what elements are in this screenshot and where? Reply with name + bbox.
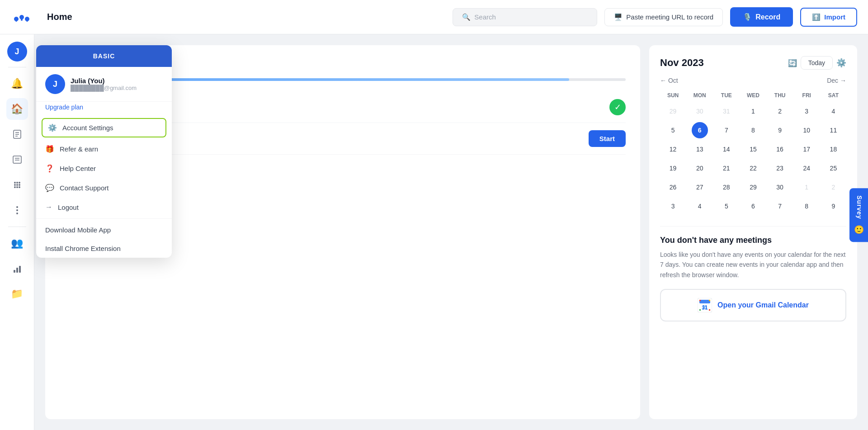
dropdown-username: Julia (You) <box>71 77 137 85</box>
refresh-icon[interactable]: 🔄 <box>788 59 797 67</box>
cal-day[interactable]: 2 <box>772 103 788 119</box>
cal-day-today[interactable]: 6 <box>692 122 708 138</box>
svg-rect-5 <box>21 16 23 21</box>
cal-day[interactable]: 25 <box>825 160 841 176</box>
svg-rect-6 <box>26 18 28 22</box>
cal-day[interactable]: 5 <box>718 198 735 214</box>
cal-day[interactable]: 10 <box>798 122 815 138</box>
sidebar-item-notifications[interactable]: 🔔 <box>6 73 28 95</box>
logout-icon: → <box>45 203 52 211</box>
record-button[interactable]: 🎙️ Record <box>730 7 793 27</box>
dropdown-item-chrome-extension[interactable]: Install Chrome Extension <box>36 239 172 258</box>
mic-icon: 🎙️ <box>743 13 752 21</box>
upload-icon: ⬆️ <box>812 13 821 21</box>
cal-day[interactable]: 28 <box>718 179 735 195</box>
svg-point-14 <box>14 182 16 184</box>
svg-point-21 <box>16 186 18 188</box>
cal-day[interactable]: 19 <box>665 160 681 176</box>
survey-tab[interactable]: Survey 🙂 <box>849 188 868 242</box>
paste-url-label: Paste meeting URL to record <box>626 13 713 21</box>
svg-rect-11 <box>13 156 21 163</box>
cal-day[interactable]: 8 <box>745 122 761 138</box>
cal-day[interactable]: 9 <box>825 198 841 214</box>
cal-day[interactable]: 13 <box>692 141 708 157</box>
import-button[interactable]: ⬆️ Import <box>800 8 857 27</box>
cal-day[interactable]: 20 <box>692 160 708 176</box>
sidebar-divider-2 <box>8 227 26 227</box>
sidebar-item-notes[interactable] <box>6 123 28 145</box>
sidebar-item-apps[interactable] <box>6 174 28 196</box>
cal-day[interactable]: 15 <box>745 141 761 157</box>
start-button[interactable]: Start <box>589 130 626 147</box>
sidebar-item-stats[interactable] <box>6 258 28 279</box>
dropdown-item-contact-support[interactable]: 💬 Contact Support <box>36 178 172 198</box>
dropdown-item-account-settings[interactable]: ⚙️ Account Settings <box>42 118 166 137</box>
cal-day[interactable]: 18 <box>825 141 841 157</box>
today-button[interactable]: Today <box>801 56 833 70</box>
cal-day[interactable]: 3 <box>665 198 681 214</box>
search-icon: 🔍 <box>462 13 471 21</box>
dropdown-email: ████████@gmail.com <box>71 85 137 91</box>
cal-day[interactable]: 2 <box>825 179 841 195</box>
cal-day[interactable]: 4 <box>825 103 841 119</box>
cal-day[interactable]: 29 <box>745 179 761 195</box>
cal-day[interactable]: 9 <box>772 122 788 138</box>
cal-day[interactable]: 30 <box>772 179 788 195</box>
cal-day[interactable]: 22 <box>745 160 761 176</box>
dropdown-divider <box>36 218 172 219</box>
calendar-settings-icon[interactable]: ⚙️ <box>836 58 846 68</box>
cal-day[interactable]: 11 <box>825 122 841 138</box>
cal-day[interactable]: 6 <box>745 198 761 214</box>
gmail-calendar-button[interactable]: 31 31 Open your Gmail Calendar <box>660 289 846 321</box>
cal-day[interactable]: 12 <box>665 141 681 157</box>
cal-day[interactable]: 3 <box>798 103 815 119</box>
cal-day[interactable]: 5 <box>665 122 681 138</box>
day-header-sun: SUN <box>660 90 686 101</box>
cal-day[interactable]: 24 <box>798 160 815 176</box>
cal-day[interactable]: 29 <box>665 103 681 119</box>
prev-month-button[interactable]: ← Oct <box>660 77 678 84</box>
svg-point-15 <box>16 182 18 184</box>
day-header-fri: FRI <box>794 90 820 101</box>
cal-day[interactable]: 16 <box>772 141 788 157</box>
sidebar-item-home[interactable]: 🏠 <box>6 98 28 120</box>
dropdown-item-help[interactable]: ❓ Help Center <box>36 159 172 178</box>
day-header-wed: WED <box>740 90 766 101</box>
cal-day[interactable]: 30 <box>692 103 708 119</box>
logo <box>11 6 33 28</box>
survey-label: Survey <box>856 195 863 219</box>
svg-rect-37 <box>699 309 701 311</box>
cal-day[interactable]: 8 <box>798 198 815 214</box>
cal-day[interactable]: 27 <box>692 179 708 195</box>
sidebar-item-more[interactable] <box>6 199 28 221</box>
day-header-sat: SAT <box>821 90 846 101</box>
cal-day[interactable]: 7 <box>718 122 735 138</box>
plan-label: BASIC <box>45 52 163 60</box>
upgrade-plan-link[interactable]: Upgrade plan <box>36 102 172 116</box>
calendar-nav-group: 🔄 Today ⚙️ <box>788 56 846 70</box>
sidebar-item-team[interactable]: 👥 <box>6 232 28 254</box>
cal-day[interactable]: 7 <box>772 198 788 214</box>
cal-day[interactable]: 17 <box>798 141 815 157</box>
header: Home 🔍 Search 🖥️ Paste meeting URL to re… <box>0 0 868 34</box>
page-title: Home <box>47 12 72 22</box>
dropdown-item-logout[interactable]: → Logout <box>36 198 172 217</box>
cal-day[interactable]: 14 <box>718 141 735 157</box>
search-bar[interactable]: 🔍 Search <box>453 8 597 26</box>
task1-checkmark: ✓ <box>609 99 626 115</box>
cal-day[interactable]: 23 <box>772 160 788 176</box>
next-month-button[interactable]: Dec → <box>827 77 846 84</box>
dropdown-item-refer-earn[interactable]: 🎁 Refer & earn <box>36 139 172 159</box>
cal-day[interactable]: 31 <box>718 103 735 119</box>
dropdown-item-mobile-app[interactable]: Download Mobile App <box>36 221 172 239</box>
sidebar-item-folder[interactable]: 📁 <box>6 283 28 305</box>
cal-day[interactable]: 26 <box>665 179 681 195</box>
paste-url-button[interactable]: 🖥️ Paste meeting URL to record <box>604 8 723 26</box>
cal-day[interactable]: 21 <box>718 160 735 176</box>
cal-day[interactable]: 1 <box>745 103 761 119</box>
avatar[interactable]: J <box>7 42 27 61</box>
svg-point-23 <box>16 206 18 208</box>
sidebar-item-transcript[interactable] <box>6 149 28 170</box>
cal-day[interactable]: 1 <box>798 179 815 195</box>
cal-day[interactable]: 4 <box>692 198 708 214</box>
